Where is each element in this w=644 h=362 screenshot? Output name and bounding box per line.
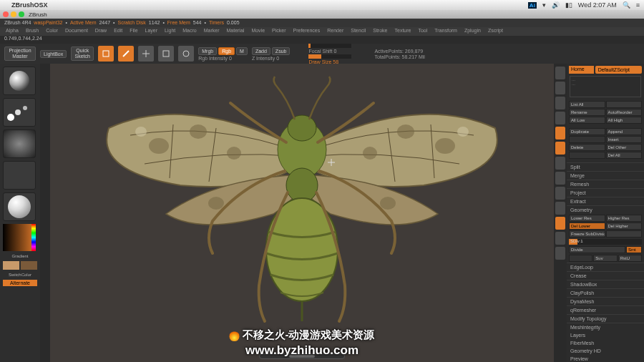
wifi-icon[interactable]: ▾ <box>542 1 546 9</box>
geoop-dynamesh[interactable]: DynaMesh <box>567 297 644 305</box>
menu-stencil[interactable]: Stencil <box>351 28 366 35</box>
scale-mode-icon[interactable] <box>158 46 174 62</box>
geo-del-higher[interactable]: Del Higher <box>606 222 643 230</box>
menu-marker[interactable]: Marker <box>204 28 220 35</box>
menu-color[interactable]: Color <box>46 28 58 35</box>
suv-button[interactable]: Suv <box>593 255 617 262</box>
smt-button[interactable]: Smt <box>626 246 642 253</box>
shelf-xpose-icon[interactable] <box>555 142 565 155</box>
clock[interactable]: Wed 2:07 AM <box>578 1 617 9</box>
menu-zscript[interactable]: Zscript <box>488 28 503 35</box>
switchcolor-button[interactable]: SwitchColor <box>3 273 37 277</box>
spotlight-icon[interactable]: 🔍 <box>623 1 630 9</box>
ps-app-icon[interactable]: Ai <box>528 2 537 9</box>
shelf-persp-icon[interactable] <box>555 82 565 94</box>
dup-insert[interactable]: Insert <box>606 136 643 143</box>
canvas-scrollbar[interactable] <box>259 353 345 359</box>
menu-draw[interactable]: Draw <box>95 28 107 35</box>
shelf-solo-icon[interactable] <box>555 217 565 230</box>
left-divider[interactable] <box>40 64 50 362</box>
section-fibermesh[interactable]: FiberMesh <box>567 339 644 347</box>
menu-picker[interactable]: Picker <box>272 28 286 35</box>
subtool-rename[interactable]: Rename <box>569 109 605 116</box>
shelf-local-icon[interactable] <box>555 112 565 124</box>
zsub-button[interactable]: Zsub <box>272 47 291 55</box>
shelf-bpr-icon[interactable] <box>555 67 565 79</box>
material-thumbnail[interactable] <box>3 192 36 221</box>
geoop-crease[interactable]: Crease <box>567 271 644 280</box>
menu-brush[interactable]: Brush <box>26 28 39 35</box>
subtool-list-all[interactable]: List All <box>569 101 605 108</box>
geoop-edgeloop[interactable]: EdgeLoop <box>567 263 644 271</box>
projection-master-button[interactable]: Projection Master <box>4 47 36 61</box>
op-merge[interactable]: Merge <box>567 171 644 180</box>
alpha-thumbnail[interactable] <box>3 129 36 158</box>
focal-shift-slider[interactable] <box>308 44 351 48</box>
menu-stroke[interactable]: Stroke <box>373 28 387 35</box>
menu-zplugin[interactable]: Zplugin <box>464 28 481 35</box>
dup-append[interactable]: Append <box>606 128 643 135</box>
history-home-button[interactable]: Home <box>569 66 594 74</box>
op-project[interactable]: Project <box>567 188 644 197</box>
menu-material[interactable]: Material <box>226 28 244 35</box>
edit-mode-icon[interactable] <box>98 46 114 62</box>
shelf-frame-icon[interactable] <box>555 127 565 140</box>
zadd-button[interactable]: Zadd <box>252 47 270 55</box>
dup-del-other[interactable]: Del Other <box>606 144 643 151</box>
gradient-swatches[interactable] <box>3 261 37 270</box>
stroke-thumbnail[interactable] <box>3 98 36 127</box>
geo-del-lower[interactable]: Del Lower <box>569 222 605 230</box>
subtool-autoreorder[interactable]: AutoReorder <box>606 109 643 116</box>
section-geometry-hd[interactable]: Geometry HD <box>567 347 644 355</box>
section-layers[interactable]: Layers <box>567 331 644 339</box>
menu-texture[interactable]: Texture <box>394 28 411 35</box>
geo-freeze-subdivision-levels[interactable]: Freeze SubDivision Levels <box>569 230 605 238</box>
volume-icon[interactable]: 🔊 <box>552 1 560 9</box>
quicksketch-button[interactable]: Quick Sketch <box>71 47 94 61</box>
op-remesh[interactable]: Remesh <box>567 180 644 188</box>
lightbox-button[interactable]: LightBox <box>40 50 67 58</box>
menu-alpha[interactable]: Alpha <box>6 28 19 35</box>
geoop-meshintegrity[interactable]: MeshIntegrity <box>567 323 644 331</box>
shelf-polyf-icon[interactable] <box>555 232 565 245</box>
z-intensity-slider[interactable]: Z Intensity 0 <box>252 56 291 61</box>
menu-tool[interactable]: Tool <box>418 28 427 35</box>
draw-mode-icon[interactable] <box>118 46 134 62</box>
m-button[interactable]: M <box>236 47 248 55</box>
shelf-floor-icon[interactable] <box>555 97 565 109</box>
subtool-all-high[interactable]: All High <box>606 117 643 124</box>
geo-higher-res[interactable]: Higher Res <box>606 215 643 222</box>
geo-lower-res[interactable]: Lower Res <box>569 215 605 222</box>
zoom-icon[interactable] <box>19 11 24 17</box>
shelf-move-icon[interactable] <box>555 157 565 170</box>
rotate-mode-icon[interactable] <box>178 46 194 62</box>
geometry-header[interactable]: Geometry <box>567 205 644 214</box>
texture-thumbnail[interactable] <box>3 161 36 190</box>
section-preview[interactable]: Preview <box>567 355 644 362</box>
menu-transform[interactable]: Transform <box>434 28 457 35</box>
rstu-button[interactable]: RstU <box>618 255 642 262</box>
menu-light[interactable]: Light <box>165 28 175 35</box>
shelf-rotate-icon[interactable] <box>555 187 565 200</box>
menu-document[interactable]: Document <box>65 28 88 35</box>
menu-preferences[interactable]: Preferences <box>293 28 321 35</box>
menu-render[interactable]: Render <box>327 28 343 35</box>
sdiv-slider[interactable]: SDiv 1 <box>569 239 642 245</box>
move-mode-icon[interactable] <box>138 46 154 62</box>
menu-layer[interactable]: Layer <box>145 28 158 35</box>
menu-macro[interactable]: Macro <box>182 28 196 35</box>
subtool-all-low[interactable]: All Low <box>569 117 605 124</box>
menu-edit[interactable]: Edit <box>114 28 122 35</box>
gradient-label[interactable]: Gradient <box>3 254 37 258</box>
rgb-intensity-slider[interactable]: Rgb Intensity 0 <box>198 56 248 61</box>
color-picker[interactable] <box>3 224 36 251</box>
alternate-button[interactable]: Alternate <box>3 280 37 286</box>
draw-size-slider[interactable] <box>308 54 351 59</box>
geoop-qremesher[interactable]: qRemesher <box>567 305 644 314</box>
geoop-claypolish[interactable]: ClayPolish <box>567 288 644 297</box>
mac-app-name[interactable]: ZBrushOSX <box>11 1 48 9</box>
op-split[interactable]: Split <box>567 162 644 171</box>
canvas-viewport[interactable]: 不移之火-动漫游戏美术资源 www.byzhihuo.com <box>50 64 554 362</box>
rgb-button[interactable]: Rgb <box>218 47 235 55</box>
menu-extra-icon[interactable]: ≡ <box>636 1 640 9</box>
